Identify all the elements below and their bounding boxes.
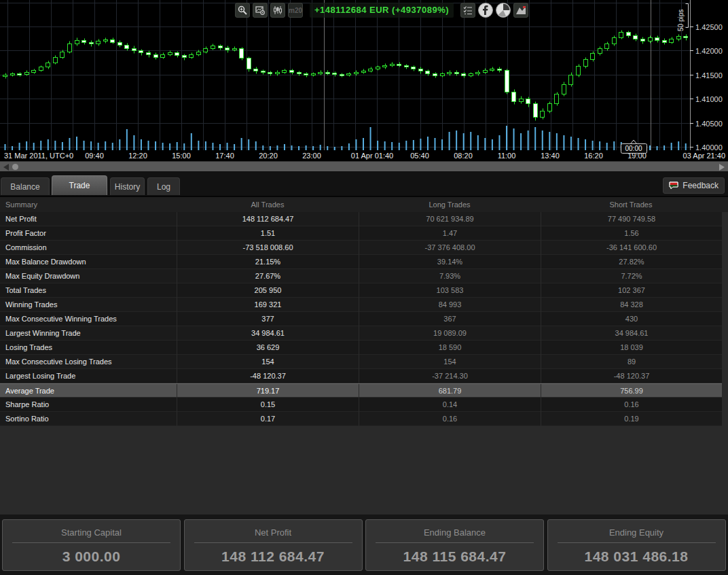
- candle-body: [168, 53, 172, 55]
- volume-bar: [420, 139, 421, 150]
- stat-row-net-profit[interactable]: Net Profit148 112 684.4770 621 934.8977 …: [0, 212, 722, 226]
- volume-bar: [198, 141, 199, 150]
- volume-bar: [477, 135, 479, 150]
- volume-bar: [513, 128, 515, 150]
- profit-loss-readout: +148112684 EUR (+4937089%): [310, 3, 454, 18]
- stat-row-largest-losing-trade[interactable]: Largest Losing Trade-48 120.37-37 214.30…: [0, 369, 722, 383]
- long-trades-cell: -37 376 408.00: [359, 241, 541, 255]
- volume-bar: [449, 132, 450, 150]
- chart-settings-button[interactable]: [253, 3, 268, 18]
- summary-cell: Max Consecutive Losing Trades: [0, 355, 177, 369]
- candle-body: [233, 49, 237, 50]
- volume-bar: [177, 142, 178, 150]
- chart-canvas[interactable]: 1.425001.420001.415001.410001.405001.400…: [0, 0, 728, 161]
- time-axis-label: 16:20: [584, 152, 603, 160]
- price-axis-label: 1.41000: [695, 95, 723, 103]
- scroll-thumb[interactable]: [12, 164, 18, 170]
- pie-button[interactable]: [496, 3, 511, 18]
- candle-body: [627, 33, 631, 36]
- candle-body: [619, 33, 623, 38]
- checklist-button[interactable]: [460, 3, 475, 18]
- stat-row-losing-trades[interactable]: Losing Trades36 62918 59018 039: [0, 341, 722, 355]
- long-trades-cell: 0.14: [359, 398, 541, 412]
- period-m20-button[interactable]: m20: [288, 3, 303, 18]
- stat-row-largest-winning-trade[interactable]: Largest Winning Trade34 984.6119 089.093…: [0, 326, 722, 341]
- volume-bar: [306, 145, 307, 150]
- candle-body: [534, 104, 538, 118]
- all-trades-cell: 377: [177, 312, 359, 326]
- zoom-in-icon: [238, 5, 247, 15]
- tab-trade-statistics[interactable]: Trade Statistics: [52, 175, 107, 195]
- volume-bar: [183, 143, 185, 150]
- long-trades-cell: 681.79: [359, 384, 541, 398]
- column-header-all-trades: All Trades: [200, 197, 335, 212]
- feedback-button[interactable]: Feedback: [663, 177, 725, 194]
- price-chart[interactable]: 1.425001.420001.415001.410001.405001.400…: [0, 0, 728, 161]
- price-axis-label: 1.41500: [695, 71, 723, 80]
- stat-row-max-consecutive-winning-trades[interactable]: Max Consecutive Winning Trades377367430: [0, 312, 722, 326]
- facebook-button[interactable]: [478, 3, 493, 18]
- stat-row-sharpe-ratio[interactable]: Sharpe Ratio0.150.140.16: [0, 398, 722, 412]
- volume-bar: [141, 139, 142, 150]
- candle-body: [118, 43, 122, 46]
- volume-bar: [248, 139, 249, 150]
- volume-bar: [506, 126, 507, 150]
- summary-box-label: Starting Capital: [3, 527, 180, 538]
- time-axis-label: 17:40: [215, 152, 234, 160]
- candle-body: [577, 67, 581, 75]
- candle-body: [268, 73, 272, 74]
- volume-bar: [76, 137, 77, 150]
- candle-body: [412, 67, 416, 69]
- all-trades-cell: 0.17: [177, 412, 359, 426]
- candle-body: [161, 55, 165, 58]
- all-trades-cell: 169 321: [177, 298, 359, 312]
- candlestick-icon: [273, 5, 283, 15]
- short-trades-cell: 0.16: [541, 398, 722, 412]
- chart-scrollbar[interactable]: [0, 161, 728, 171]
- volume-bar: [363, 138, 364, 150]
- stat-row-commission[interactable]: Commission-73 518 008.60-37 376 408.00-3…: [0, 241, 722, 255]
- time-axis-label: 12:20: [128, 152, 147, 160]
- candle-body: [39, 67, 43, 71]
- analytics-button[interactable]: [513, 3, 528, 18]
- stat-row-sortino-ratio[interactable]: Sortino Ratio0.170.160.19: [0, 412, 722, 426]
- tab-balance-chart[interactable]: Balance Chart: [1, 177, 50, 195]
- stat-row-average-trade[interactable]: Average Trade719.17681.79756.99: [0, 383, 722, 398]
- short-trades-cell: 34 984.61: [541, 326, 722, 341]
- stat-row-max-balance-drawdown[interactable]: Max Balance Drawdown21.15%39.14%27.82%: [0, 255, 722, 269]
- candle-body: [290, 71, 294, 73]
- volume-bar: [578, 138, 579, 150]
- candle-body: [397, 65, 401, 66]
- candle-body: [512, 92, 516, 102]
- scroll-right-arrow-icon[interactable]: [719, 164, 725, 171]
- scroll-left-arrow-icon[interactable]: [3, 164, 9, 171]
- stat-row-total-trades[interactable]: Total Trades205 950103 583102 367: [0, 283, 722, 298]
- tab-history[interactable]: History: [110, 177, 145, 195]
- summary-box-label: Ending Balance: [366, 527, 543, 538]
- volume-bar: [498, 135, 500, 150]
- candle-body: [54, 58, 58, 63]
- table-header: SummaryAll TradesLong TradesShort Trades: [0, 197, 728, 212]
- candle-body: [520, 99, 524, 102]
- chart-toolbar: m20+148112684 EUR (+4937089%): [235, 3, 528, 18]
- volume-bar: [456, 130, 457, 150]
- candle-body: [90, 43, 94, 44]
- candle-body: [147, 53, 151, 55]
- stat-row-profit-factor[interactable]: Profit Factor1.511.471.56: [0, 226, 722, 241]
- stat-row-winning-trades[interactable]: Winning Trades169 32184 99384 328: [0, 298, 722, 312]
- stat-row-max-equity-drawdown[interactable]: Max Equity Drawdown27.67%7.93%7.72%: [0, 269, 722, 283]
- long-trades-cell: 7.93%: [359, 269, 541, 283]
- long-trades-cell: 84 993: [359, 298, 541, 312]
- candle-body: [641, 39, 645, 41]
- zoom-in-button[interactable]: [235, 3, 250, 18]
- stat-row-max-consecutive-losing-trades[interactable]: Max Consecutive Losing Trades15415489: [0, 355, 722, 369]
- candle-body: [441, 74, 445, 76]
- tab-log[interactable]: Log: [147, 177, 180, 195]
- volume-bar: [62, 142, 63, 150]
- volume-bar: [427, 137, 429, 150]
- time-axis-label: 11:00: [498, 152, 516, 160]
- candlestick-button[interactable]: [270, 3, 285, 18]
- candle-body: [254, 69, 258, 71]
- volume-bar: [599, 141, 600, 150]
- candle-body: [426, 71, 430, 74]
